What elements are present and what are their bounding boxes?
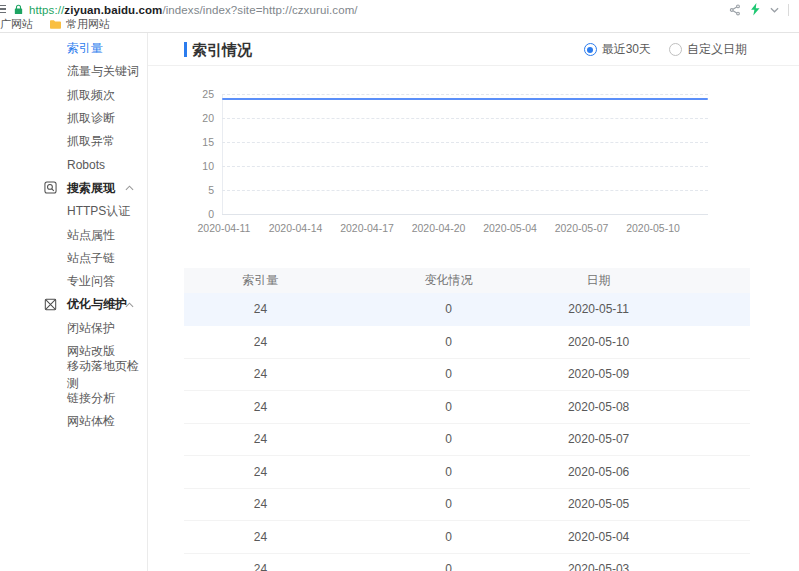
sidebar: 索引量流量与关键词抓取频次抓取诊断抓取异常Robots搜索展现HTTPS认证站点… — [0, 33, 148, 571]
index-trend-chart: 05101520252020-04-112020-04-142020-04-17… — [222, 94, 708, 214]
sidebar-item[interactable]: 抓取频次 — [0, 84, 147, 107]
sidebar-item-label: 抓取异常 — [67, 133, 115, 150]
table-row[interactable]: 2402020-05-04 — [184, 521, 750, 554]
bookmark-item[interactable]: 常用网站 — [49, 17, 110, 32]
sidebar-item[interactable]: HTTPS认证 — [0, 200, 147, 223]
table-cell: 0 — [337, 488, 561, 521]
sidebar-item-label: 抓取诊断 — [67, 110, 115, 127]
table-row[interactable]: 2402020-05-10 — [184, 326, 750, 359]
sidebar-item[interactable]: 移动落地页检测 — [0, 363, 147, 386]
x-axis-tick-label: 2020-04-17 — [340, 222, 394, 234]
table-cell-filler — [637, 423, 750, 456]
chevron-up-icon[interactable] — [125, 185, 134, 191]
table-cell-filler — [637, 456, 750, 489]
toolbar-separator — [788, 4, 789, 16]
search-display-icon — [44, 181, 58, 195]
table-row[interactable]: 2402020-05-09 — [184, 358, 750, 391]
gridline — [222, 94, 708, 95]
table-cell-filler — [637, 293, 750, 326]
sidebar-item-label: 优化与维护 — [67, 296, 127, 313]
x-axis-tick-label: 2020-04-14 — [269, 222, 323, 234]
sidebar-item-label: 流量与关键词 — [67, 63, 139, 80]
table-cell-filler — [637, 358, 750, 391]
sidebar-item[interactable]: 抓取诊断 — [0, 107, 147, 130]
x-axis-tick-label: 2020-04-11 — [198, 222, 251, 234]
table-body: 2402020-05-112402020-05-102402020-05-092… — [184, 293, 750, 571]
index-data-line — [222, 98, 708, 100]
table-row[interactable]: 2402020-05-08 — [184, 391, 750, 424]
table-cell: 24 — [184, 488, 337, 521]
sidebar-item[interactable]: 站点子链 — [0, 247, 147, 270]
table-cell: 0 — [337, 391, 561, 424]
gridline — [222, 118, 708, 119]
sidebar-item[interactable]: 抓取异常 — [0, 130, 147, 153]
table-cell: 24 — [184, 521, 337, 554]
table-row[interactable]: 2402020-05-07 — [184, 423, 750, 456]
table-cell: 2020-05-04 — [560, 521, 636, 554]
chevron-down-icon[interactable] — [770, 7, 779, 13]
x-axis-tick-label: 2020-05-04 — [483, 222, 537, 234]
table-cell: 24 — [184, 326, 337, 359]
radio-label: 自定义日期 — [687, 41, 747, 58]
address-bar[interactable]: https://ziyuan.baidu.com/indexs/index?si… — [29, 4, 358, 16]
bookmark-label: 广网站 — [0, 17, 33, 32]
bookmark-label: 常用网站 — [66, 17, 110, 32]
sidebar-item-label: 站点子链 — [67, 250, 115, 267]
y-axis-tick-label: 25 — [186, 88, 214, 100]
sidebar-section-header[interactable]: 优化与维护 — [0, 293, 147, 316]
date-range-radio[interactable]: 自定义日期 — [669, 41, 747, 58]
sidebar-item[interactable]: 闭站保护 — [0, 317, 147, 340]
table-row[interactable]: 2402020-05-11 — [184, 293, 750, 326]
bookmark-item[interactable]: 广网站 — [0, 17, 33, 32]
address-row: https://ziyuan.baidu.com/indexs/index?si… — [0, 0, 799, 17]
sidebar-item-label: 搜索展现 — [67, 180, 115, 197]
table-column-header: 日期 — [560, 268, 636, 293]
table-column-header: 变化情况 — [337, 268, 561, 293]
table-row[interactable]: 2402020-05-03 — [184, 553, 750, 571]
table-cell: 0 — [337, 521, 561, 554]
url-path: /indexs/index?site=http://czxurui.com/ — [162, 4, 357, 16]
share-icon[interactable] — [729, 4, 741, 16]
bookmarks-bar: 广网站常用网站 — [0, 17, 799, 32]
sidebar-item-label: 站点属性 — [67, 227, 115, 244]
radio-selected-icon[interactable] — [584, 43, 597, 56]
table-column-header: 索引量 — [184, 268, 337, 293]
table-cell: 0 — [337, 358, 561, 391]
gridline — [222, 190, 708, 191]
radio-unselected-icon[interactable] — [669, 43, 682, 56]
table-cell: 24 — [184, 358, 337, 391]
x-axis-line — [222, 214, 708, 215]
table-cell: 2020-05-09 — [560, 358, 636, 391]
x-axis-tick-label: 2020-04-20 — [412, 222, 466, 234]
table-cell: 0 — [337, 456, 561, 489]
table-row[interactable]: 2402020-05-06 — [184, 456, 750, 489]
x-axis-tick-label: 2020-05-10 — [626, 222, 680, 234]
table-cell-filler — [637, 326, 750, 359]
browser-chrome: https://ziyuan.baidu.com/indexs/index?si… — [0, 0, 799, 33]
table-column-header-filler — [637, 268, 750, 293]
table-row[interactable]: 2402020-05-05 — [184, 488, 750, 521]
sidebar-item[interactable]: 网站体检 — [0, 410, 147, 433]
sidebar-item[interactable]: 流量与关键词 — [0, 60, 147, 83]
partial-toolbar-icon[interactable] — [0, 5, 6, 14]
sidebar-item[interactable]: 站点属性 — [0, 223, 147, 246]
sidebar-item-label: 链接分析 — [67, 390, 115, 407]
index-table: 索引量变化情况日期 2402020-05-112402020-05-102402… — [184, 268, 750, 571]
chevron-up-icon[interactable] — [125, 302, 134, 308]
sidebar-item[interactable]: 链接分析 — [0, 386, 147, 409]
sidebar-item[interactable]: 专业问答 — [0, 270, 147, 293]
date-range-radio[interactable]: 最近30天 — [584, 41, 651, 58]
table-cell: 2020-05-07 — [560, 423, 636, 456]
sidebar-item-label: 抓取频次 — [67, 87, 115, 104]
url-scheme: https:// — [29, 4, 64, 16]
table-cell: 0 — [337, 553, 561, 571]
lightning-bolt-icon[interactable] — [750, 3, 761, 16]
gridline — [222, 166, 708, 167]
sidebar-section-header[interactable]: 搜索展现 — [0, 177, 147, 200]
table-cell: 24 — [184, 391, 337, 424]
sidebar-item[interactable]: Robots — [0, 153, 147, 176]
padlock-icon[interactable] — [13, 4, 24, 15]
table-header: 索引量变化情况日期 — [184, 268, 750, 293]
panel-header: 索引情况 最近30天自定义日期 — [148, 33, 799, 66]
sidebar-item[interactable]: 索引量 — [0, 37, 147, 60]
